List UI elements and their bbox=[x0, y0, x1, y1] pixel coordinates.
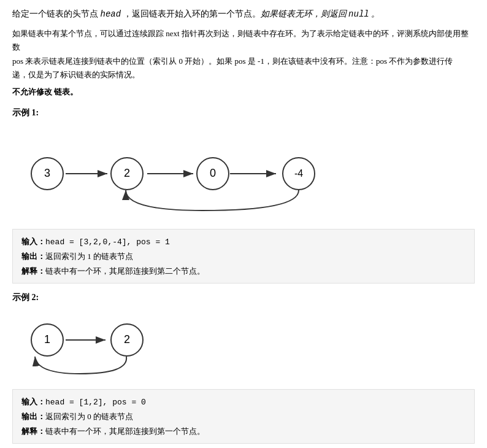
desc-line1: 如果链表中有某个节点，可以通过连续跟踪 next 指针再次到达，则链表中存在环。… bbox=[12, 29, 469, 52]
example1-output-line: 输出：返回索引为 1 的链表节点 bbox=[21, 249, 466, 263]
header-text1: 给定一个链表的头节点 bbox=[12, 9, 101, 18]
header-text2: ，返回链表开始入环的第一个节点。 bbox=[121, 9, 261, 18]
header-code2: null bbox=[348, 9, 369, 19]
diagram2: 1 2 bbox=[12, 309, 475, 383]
example2-explain-line: 解释：链表中有一个环，其尾部连接到第一个节点。 bbox=[21, 424, 466, 438]
diagram2-svg bbox=[12, 309, 475, 383]
node-2b: 2 bbox=[110, 323, 144, 357]
example1-title: 示例 1: bbox=[12, 107, 475, 118]
example2-output-label: 输出： bbox=[21, 412, 45, 421]
bold-line: 不允许修改 链表。 bbox=[12, 87, 475, 98]
node-0: 0 bbox=[196, 157, 229, 190]
node-neg4: -4 bbox=[282, 157, 315, 190]
example1-output-label: 输出： bbox=[21, 252, 45, 261]
example2-title: 示例 2: bbox=[12, 292, 475, 303]
header-italic1: 如果链表无环，则返回 bbox=[261, 9, 349, 18]
diagram1-svg bbox=[12, 125, 475, 223]
example1-input-label: 输入： bbox=[21, 237, 45, 246]
example2-output-line: 输出：返回索引为 0 的链表节点 bbox=[21, 409, 466, 423]
node-1: 1 bbox=[31, 323, 64, 357]
example1-input-value: head = [3,2,0,-4], pos = 1 bbox=[45, 238, 170, 247]
example2-input-label: 输入： bbox=[21, 397, 45, 406]
example1-explain-label: 解释： bbox=[21, 266, 45, 276]
header-code1: head bbox=[101, 9, 121, 19]
diagram1: 3 2 0 -4 bbox=[12, 125, 475, 223]
example2-input-value: head = [1,2], pos = 0 bbox=[45, 398, 146, 407]
desc-line2: pos 来表示链表尾连接到链表中的位置（索引从 0 开始）。如果 pos 是 -… bbox=[12, 56, 453, 66]
example1-explain-line: 解释：链表中有一个环，其尾部连接到第二个节点。 bbox=[21, 264, 466, 278]
node-3: 3 bbox=[31, 157, 64, 190]
example2-explain-label: 解释： bbox=[21, 427, 45, 436]
example2-explain-value: 链表中有一个环，其尾部连接到第一个节点。 bbox=[45, 427, 205, 436]
example2-input-line: 输入：head = [1,2], pos = 0 bbox=[21, 395, 466, 409]
node-2: 2 bbox=[110, 157, 144, 190]
example1-input-line: 输入：head = [3,2,0,-4], pos = 1 bbox=[21, 234, 466, 249]
example2-output-value: 返回索引为 0 的链表节点 bbox=[45, 412, 133, 421]
header-line: 给定一个链表的头节点 head ，返回链表开始入环的第一个节点。如果链表无环，则… bbox=[12, 7, 475, 21]
desc-line3: 递，仅是为了标识链表的实际情况。 bbox=[12, 70, 140, 79]
example1-code-box: 输入：head = [3,2,0,-4], pos = 1 输出：返回索引为 1… bbox=[12, 229, 475, 284]
desc-block: 如果链表中有某个节点，可以通过连续跟踪 next 指针再次到达，则链表中存在环。… bbox=[12, 27, 475, 81]
example1-output-value: 返回索引为 1 的链表节点 bbox=[45, 252, 133, 261]
example2-code-box: 输入：head = [1,2], pos = 0 输出：返回索引为 0 的链表节… bbox=[12, 389, 475, 444]
header-italic2: 。 bbox=[369, 9, 380, 18]
example1-explain-value: 链表中有一个环，其尾部连接到第二个节点。 bbox=[45, 266, 205, 276]
page-wrapper: 给定一个链表的头节点 head ，返回链表开始入环的第一个节点。如果链表无环，则… bbox=[12, 7, 475, 448]
